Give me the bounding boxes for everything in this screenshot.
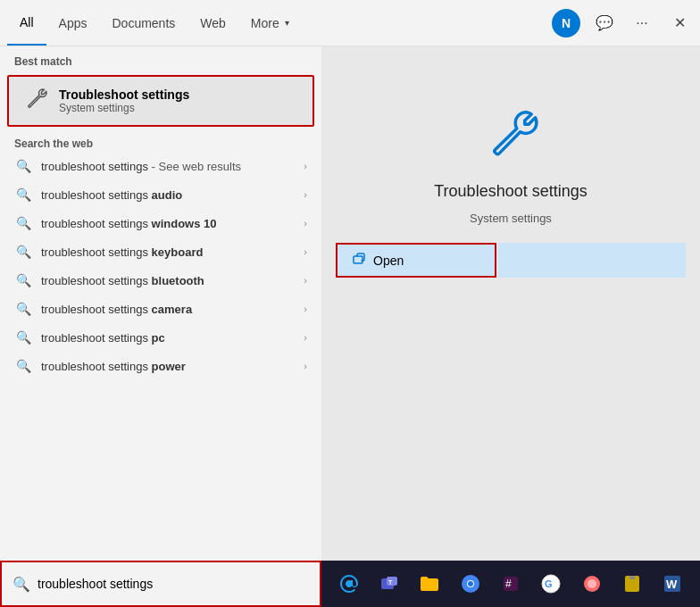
svg-text:#: # [505, 578, 512, 590]
search-bar[interactable]: 🔍 [0, 561, 321, 607]
result-item-6[interactable]: 🔍 troubleshoot settings pc › [0, 323, 321, 352]
tab-apps-label: Apps [59, 16, 88, 30]
svg-text:W: W [666, 578, 678, 591]
taskbar-chrome[interactable] [454, 568, 487, 600]
best-match-item[interactable]: Troubleshoot settings System settings [7, 75, 314, 127]
tab-web[interactable]: Web [188, 0, 238, 46]
troubleshoot-icon [479, 104, 542, 167]
taskbar-teams[interactable]: T [373, 568, 405, 600]
result-item-0[interactable]: 🔍 troubleshoot settings - See web result… [0, 152, 321, 180]
right-subtitle: System settings [470, 212, 552, 225]
result-text-4: troubleshoot settings bluetooth [41, 274, 295, 287]
content-area: Best match Troubleshoot settings System … [0, 46, 700, 607]
chevron-icon-6: › [304, 332, 307, 343]
taskbar-word[interactable]: W [656, 568, 688, 600]
result-text-5: troubleshoot settings camera [41, 303, 295, 316]
chevron-icon-5: › [304, 304, 307, 314]
search-icon-2: 🔍 [14, 216, 32, 230]
taskbar-slack[interactable]: # [495, 568, 527, 600]
chevron-icon-2: › [304, 218, 307, 229]
svg-rect-0 [354, 256, 362, 263]
svg-text:G: G [545, 578, 553, 589]
tab-more[interactable]: More ▾ [238, 0, 302, 46]
chevron-down-icon: ▾ [285, 18, 289, 28]
chevron-icon-7: › [304, 361, 307, 371]
left-panel: Best match Troubleshoot settings System … [0, 46, 321, 607]
right-icon-container [475, 100, 546, 171]
feedback-icon: 💬 [596, 14, 613, 31]
search-icon-3: 🔍 [14, 245, 32, 259]
open-icon [352, 252, 366, 269]
close-icon: ✕ [674, 14, 686, 31]
taskbar: T # G [321, 561, 700, 607]
search-bar-icon: 🔍 [12, 576, 30, 593]
best-match-label: Best match [0, 46, 321, 71]
taskbar-google[interactable]: G [535, 568, 567, 600]
chevron-icon-1: › [304, 189, 307, 200]
result-text-3: troubleshoot settings keyboard [41, 245, 295, 259]
result-text-7: troubleshoot settings power [41, 360, 295, 373]
svg-rect-14 [629, 576, 635, 579]
result-item-5[interactable]: 🔍 troubleshoot settings camera › [0, 295, 321, 323]
tab-documents[interactable]: Documents [99, 0, 188, 46]
chevron-icon-3: › [304, 246, 307, 257]
best-match-title: Troubleshoot settings [59, 87, 189, 102]
taskbar-winrar[interactable] [616, 568, 648, 600]
close-button[interactable]: ✕ [666, 10, 693, 37]
svg-text:T: T [388, 579, 393, 586]
chevron-icon-0: › [304, 161, 307, 171]
tab-all-label: All [20, 15, 34, 29]
result-text-2: troubleshoot settings windows 10 [41, 217, 295, 230]
taskbar-explorer[interactable] [413, 568, 446, 600]
search-icon-4: 🔍 [14, 273, 32, 287]
search-icon-7: 🔍 [14, 359, 32, 373]
open-label: Open [373, 254, 404, 268]
result-text-0: troubleshoot settings - See web results [41, 160, 295, 173]
tab-apps[interactable]: Apps [46, 0, 100, 46]
user-avatar[interactable]: N [552, 9, 580, 37]
result-item-2[interactable]: 🔍 troubleshoot settings windows 10 › [0, 209, 321, 237]
right-title: Troubleshoot settings [434, 182, 587, 201]
tab-bar: All Apps Documents Web More ▾ N 💬 ··· [0, 0, 700, 46]
search-icon-0: 🔍 [14, 159, 32, 173]
svg-point-12 [588, 579, 596, 588]
tab-bar-right: N 💬 ··· ✕ [552, 9, 693, 37]
open-button-row: Open [336, 243, 686, 278]
result-item-4[interactable]: 🔍 troubleshoot settings bluetooth › [0, 266, 321, 295]
search-input[interactable] [38, 577, 309, 591]
chevron-icon-4: › [304, 275, 307, 286]
tab-web-label: Web [200, 16, 226, 30]
user-initial: N [562, 16, 571, 30]
result-text-1: troubleshoot settings audio [41, 188, 295, 202]
more-dots-icon: ··· [636, 15, 647, 31]
tab-all[interactable]: All [7, 0, 46, 46]
best-match-subtitle: System settings [59, 102, 189, 114]
wrench-icon [23, 86, 48, 116]
result-text-6: troubleshoot settings pc [41, 331, 295, 345]
more-options-button[interactable]: ··· [629, 10, 655, 37]
taskbar-paint[interactable] [576, 568, 608, 600]
tab-documents-label: Documents [112, 16, 175, 30]
right-panel: Troubleshoot settings System settings Op… [321, 46, 700, 607]
open-btn-extension [498, 243, 686, 278]
search-icon-6: 🔍 [14, 330, 32, 345]
web-section-label: Search the web [0, 130, 321, 152]
result-item-1[interactable]: 🔍 troubleshoot settings audio › [0, 180, 321, 209]
open-button[interactable]: Open [336, 243, 496, 278]
tab-more-label: More [251, 16, 279, 30]
search-icon-1: 🔍 [14, 187, 32, 202]
svg-point-6 [468, 581, 473, 586]
result-item-3[interactable]: 🔍 troubleshoot settings keyboard › [0, 237, 321, 266]
taskbar-edge[interactable] [333, 568, 365, 600]
search-icon-5: 🔍 [14, 302, 32, 316]
feedback-button[interactable]: 💬 [591, 10, 618, 37]
search-popup: All Apps Documents Web More ▾ N 💬 ··· [0, 0, 700, 607]
result-item-7[interactable]: 🔍 troubleshoot settings power › [0, 352, 321, 380]
best-match-text: Troubleshoot settings System settings [59, 87, 189, 114]
